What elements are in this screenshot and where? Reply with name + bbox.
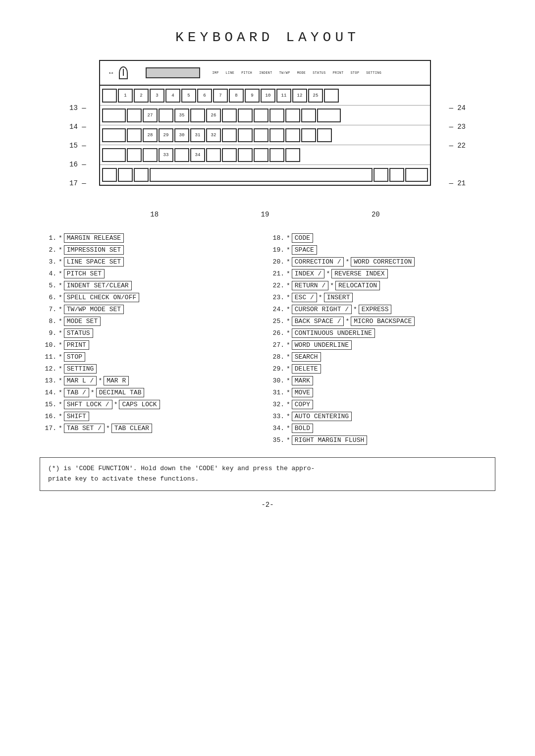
side-num-17: 17 —: [69, 174, 86, 193]
key-6: 6: [197, 89, 212, 103]
key-3: 3: [150, 89, 164, 103]
key-blank-r5e: [389, 168, 404, 182]
right-numbers: — 24 — 23 — 22 — 21: [449, 99, 466, 193]
key-blank-r3h: [301, 128, 316, 142]
label-indent-set: INDENT SET/CLEAR: [64, 281, 132, 290]
key-blank-r3f: [269, 128, 284, 142]
power-button: [119, 66, 128, 79]
keyboard-diagram: 13 — 14 — 15 — 16 — 17 — — 24 — 23 — 22 …: [40, 60, 495, 218]
side-num-21: — 21: [449, 174, 466, 193]
label-express: EXPRESS: [359, 305, 392, 314]
legend-item-14: 14. * TAB / * DECIMAL TAB: [40, 388, 263, 397]
label-mark: MARK: [292, 376, 313, 385]
label-right-margin-flush: RIGHT MARGIN FLUSH: [292, 435, 367, 445]
label-correction: CORRECTION /: [292, 257, 344, 267]
side-num-15: 15 —: [69, 136, 86, 155]
legend-col-left: 1. * MARGIN RELEASE 2. * IMPRESSION SET …: [40, 233, 268, 447]
key-row-2: 27 35 26: [100, 106, 430, 125]
twwp-label: TW/WP: [279, 71, 290, 75]
key-blank-r3c: [222, 128, 237, 142]
key-blank-r2k: [317, 108, 341, 122]
label-spell-check: SPELL CHECK ON/OFF: [64, 293, 139, 302]
side-num-14: 14 —: [69, 117, 86, 136]
legend-item-1: 1. * MARGIN RELEASE: [40, 233, 263, 243]
key-blank-r4a: [102, 148, 126, 162]
legend-item-15: 15. * SHFT LOCK / * CAPS LOCK: [40, 400, 263, 409]
label-mar-r: MAR R: [104, 376, 129, 385]
imp-label: IMP: [212, 71, 218, 75]
legend-item-32: 32. * COPY: [268, 400, 490, 409]
key-5: 5: [181, 89, 196, 103]
legend-item-18: 18. * CODE: [268, 233, 490, 243]
label-index: INDEX /: [292, 269, 325, 278]
key-26: 26: [206, 108, 221, 122]
key-blank-r4d: [174, 148, 189, 162]
label-micro-backspace: MICRO BACKSPACE: [351, 317, 415, 326]
key-blank-r4c: [143, 148, 158, 162]
legend-item-20: 20. * CORRECTION / * WORD CORRECTION: [268, 257, 490, 267]
label-auto-centering: AUTO CENTERING: [292, 412, 352, 421]
key-row-1: 1 2 3 4 5 6 7 8 9 10 11 12 25: [100, 86, 430, 106]
side-num-22: — 22: [449, 136, 466, 155]
key-blank-r4h: [254, 148, 268, 162]
key-31: 31: [190, 128, 205, 142]
label-delete: DELETE: [292, 364, 321, 374]
label-reverse-index: REVERSE INDEX: [331, 269, 387, 278]
key-30: 30: [174, 128, 189, 142]
label-status: STATUS: [64, 328, 93, 338]
label-insert: INSERT: [324, 293, 353, 302]
bottom-num-19: 19: [261, 211, 269, 218]
key-blank-r4j: [285, 148, 300, 162]
legend-item-21: 21. * INDEX / * REVERSE INDEX: [268, 269, 490, 278]
label-shft-lock: SHFT LOCK /: [64, 400, 112, 409]
legend-item-13: 13. * MAR L / * MAR R: [40, 376, 263, 385]
label-move: MOVE: [292, 388, 313, 397]
legend-item-19: 19. * SPACE: [268, 245, 490, 255]
key-blank-r4b: [127, 148, 142, 162]
label-tab: TAB /: [64, 388, 89, 397]
legend-item-3: 3. * LINE SPACE SET: [40, 257, 263, 267]
key-25: 25: [308, 89, 323, 103]
label-relocation: RELOCATION: [335, 281, 380, 290]
key-4: 4: [165, 89, 180, 103]
key-11: 11: [276, 89, 291, 103]
stop-label: STOP: [351, 71, 360, 75]
label-continuous-underline: CONTINUOUS UNDERLINE: [292, 328, 375, 338]
label-decimal-tab: DECIMAL TAB: [96, 388, 145, 397]
key-10: 10: [261, 89, 275, 103]
legend-item-35: 35. * RIGHT MARGIN FLUSH: [268, 435, 490, 445]
label-setting: SETTING: [64, 364, 97, 374]
key-blank-r2a: [102, 108, 126, 122]
legend-item-2: 2. * IMPRESSION SET: [40, 245, 263, 255]
key-blank-r3a: [102, 128, 126, 142]
legend-item-23: 23. * ESC / * INSERT: [268, 293, 490, 302]
legend-item-17: 17. * TAB SET / * TAB CLEAR: [40, 424, 263, 433]
key-blank-r3e: [254, 128, 268, 142]
key-blank-r4f: [222, 148, 237, 162]
key-blank-r3d: [238, 128, 253, 142]
label-esc: ESC /: [292, 293, 317, 302]
footer-note: (*) is 'CODE FUNCTION'. Hold down the 'C…: [40, 457, 495, 491]
label-twwp-mode: TW/WP MODE SET: [64, 305, 124, 314]
left-numbers: 13 — 14 — 15 — 16 — 17 —: [69, 99, 86, 193]
spacebar-key: [150, 168, 373, 182]
legend-section: 1. * MARGIN RELEASE 2. * IMPRESSION SET …: [40, 233, 495, 447]
function-labels: IMP LINE PITCH INDENT TW/WP MODE STATUS …: [212, 71, 381, 75]
key-blank-r5a: [102, 168, 117, 182]
label-return: RETURN /: [292, 281, 328, 290]
legend-item-8: 8. * MODE SET: [40, 317, 263, 326]
legend-item-22: 22. * RETURN / * RELOCATION: [268, 281, 490, 290]
label-pitch-set: PITCH SET: [64, 269, 105, 278]
key-blank-r5d: [374, 168, 388, 182]
side-num-13: 13 —: [69, 99, 86, 117]
key-1: 1: [118, 89, 133, 103]
legend-item-9: 9. * STATUS: [40, 328, 263, 338]
key-2: 2: [134, 89, 149, 103]
keyboard-body: ↔ IMP LINE PITCH INDENT TW/WP MODE STATU…: [99, 60, 431, 186]
page-title: KEYBOARD LAYOUT: [40, 30, 495, 45]
legend-item-16: 16. * SHIFT: [40, 412, 263, 421]
key-8: 8: [229, 89, 244, 103]
key-9: 9: [245, 89, 260, 103]
legend-item-6: 6. * SPELL CHECK ON/OFF: [40, 293, 263, 302]
legend-item-4: 4. * PITCH SET: [40, 269, 263, 278]
